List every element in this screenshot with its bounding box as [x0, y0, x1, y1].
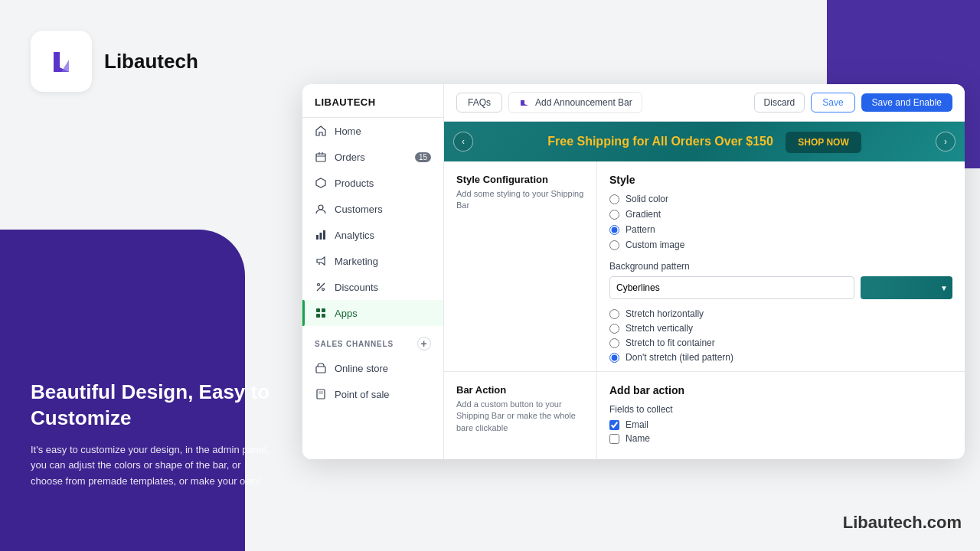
sidebar-item-label: Home: [335, 126, 361, 137]
name-checkbox-label: Name: [626, 433, 650, 444]
radio-solid-label: Solid color: [626, 194, 668, 204]
email-checkbox[interactable]: [609, 420, 619, 430]
radio-pattern[interactable]: Pattern: [609, 224, 952, 235]
add-channel-button[interactable]: +: [417, 337, 431, 350]
sidebar-item-point-of-sale[interactable]: Point of sale: [302, 381, 443, 407]
bar-action-title: Bar Action: [456, 384, 584, 396]
style-config-left: Style Configuration Add some styling to …: [444, 161, 597, 371]
sidebar-item-label: Discounts: [335, 282, 378, 293]
name-checkbox[interactable]: [609, 434, 619, 444]
radio-stretch-h[interactable]: Stretch horizontally: [609, 308, 952, 319]
sales-channels-header: SALES CHANNELS +: [302, 329, 443, 355]
radio-custom-label: Custom image: [626, 240, 684, 250]
tab-announcement[interactable]: Add Announcement Bar: [508, 92, 642, 113]
pattern-color-bar[interactable]: ▼: [861, 276, 952, 299]
orders-badge: 15: [415, 152, 431, 162]
preview-main-text: Free Shipping for All Orders: [547, 135, 711, 148]
svg-rect-11: [322, 314, 325, 318]
header-bar: FAQs Add Announcement Bar Discard Save S…: [444, 84, 965, 122]
chevron-down-icon: ▼: [940, 284, 948, 292]
save-button[interactable]: Save: [811, 93, 854, 112]
pattern-row: ▼: [609, 276, 952, 299]
fields-to-collect-label: Fields to collect: [609, 404, 952, 415]
preview-highlight-text: Over $150: [714, 135, 773, 148]
logo-area: Libautech: [31, 31, 198, 92]
preview-text: Free Shipping for All Orders Over $150 S…: [473, 135, 936, 148]
radio-solid-color[interactable]: Solid color: [609, 194, 952, 204]
shop-now-button[interactable]: SHOP NOW: [786, 132, 861, 153]
hero-text-area: Beautiful Design, Easy to Customize It's…: [31, 380, 276, 490]
sidebar-item-label: Point of sale: [335, 389, 390, 400]
svg-point-7: [322, 289, 325, 291]
svg-rect-10: [316, 314, 320, 318]
announcement-preview: ‹ Free Shipping for All Orders Over $150…: [444, 122, 965, 161]
sidebar-item-home[interactable]: Home: [302, 118, 443, 144]
home-icon: [315, 125, 327, 137]
email-checkbox-label: Email: [626, 419, 648, 430]
sidebar-item-label: Apps: [335, 308, 358, 319]
radio-no-stretch[interactable]: Don't stretch (tiled pattern): [609, 352, 952, 363]
apps-icon: [315, 307, 327, 319]
radio-stretch-fit[interactable]: Stretch to fit container: [609, 337, 952, 348]
save-enable-button[interactable]: Save and Enable: [861, 93, 952, 112]
checkbox-email[interactable]: Email: [609, 419, 952, 430]
svg-marker-1: [316, 178, 325, 187]
analytics-icon: [315, 229, 327, 241]
tab-announcement-label: Add Announcement Bar: [535, 97, 632, 108]
sidebar-item-products[interactable]: Products: [302, 170, 443, 196]
bar-action-left: Bar Action Add a custom button to your S…: [444, 372, 597, 459]
preview-nav-left[interactable]: ‹: [453, 132, 473, 152]
svg-point-2: [318, 205, 323, 210]
svg-rect-5: [323, 230, 325, 240]
sidebar-item-customers[interactable]: Customers: [302, 196, 443, 222]
style-config-right: Style Solid color Gradient Pattern: [597, 161, 965, 371]
store-icon: [315, 362, 327, 374]
hero-body: It's easy to customize your design, in t…: [31, 442, 276, 490]
admin-window: LIBAUTECH Home Orders 15: [302, 84, 965, 459]
stretch-v-label: Stretch vertically: [626, 323, 693, 334]
sidebar-item-apps[interactable]: Apps: [302, 300, 443, 326]
stretch-h-label: Stretch horizontally: [626, 308, 704, 319]
sidebar-item-analytics[interactable]: Analytics: [302, 222, 443, 248]
sidebar-item-label: Orders: [335, 152, 365, 163]
discounts-icon: [315, 281, 327, 293]
svg-rect-9: [322, 308, 325, 312]
stretch-fit-label: Stretch to fit container: [626, 337, 715, 348]
svg-point-6: [318, 284, 320, 286]
logo-box: [31, 31, 92, 92]
products-icon: [315, 177, 327, 189]
bg-pattern-label: Background pattern: [609, 261, 952, 272]
sidebar-item-marketing[interactable]: Marketing: [302, 248, 443, 274]
preview-nav-right[interactable]: ›: [936, 132, 956, 152]
svg-rect-3: [316, 235, 318, 240]
radio-custom-image[interactable]: Custom image: [609, 240, 952, 250]
tab-faqs[interactable]: FAQs: [456, 93, 502, 112]
sidebar-item-discounts[interactable]: Discounts: [302, 274, 443, 300]
checkbox-name[interactable]: Name: [609, 433, 952, 444]
radio-gradient[interactable]: Gradient: [609, 209, 952, 220]
radio-gradient-label: Gradient: [626, 209, 661, 220]
logo-name: Libautech: [104, 50, 198, 73]
sidebar: LIBAUTECH Home Orders 15: [302, 84, 444, 459]
pattern-input[interactable]: [609, 276, 854, 299]
style-radio-group: Solid color Gradient Pattern Custom imag…: [609, 194, 952, 250]
customers-icon: [315, 203, 327, 215]
sidebar-brand: LIBAUTECH: [302, 84, 443, 118]
svg-rect-14: [318, 391, 323, 394]
sidebar-item-online-store[interactable]: Online store: [302, 355, 443, 381]
bar-action-subtitle: Add a custom button to your Shipping Bar…: [456, 399, 584, 434]
svg-rect-12: [316, 367, 325, 373]
add-bar-label: Add bar action: [609, 384, 952, 396]
stretch-options-group: Stretch horizontally Stretch vertically …: [609, 308, 952, 363]
libautech-logo-icon: [44, 44, 78, 78]
svg-rect-4: [320, 233, 322, 240]
sales-channels-label: SALES CHANNELS: [315, 340, 394, 348]
discard-button[interactable]: Discard: [754, 93, 805, 112]
sidebar-item-label: Analytics: [335, 230, 374, 241]
header-actions: Discard Save Save and Enable: [754, 93, 952, 112]
svg-rect-0: [316, 154, 325, 161]
sidebar-item-orders[interactable]: Orders 15: [302, 144, 443, 170]
svg-rect-8: [316, 308, 320, 312]
config-area: Style Configuration Add some styling to …: [444, 161, 965, 371]
radio-stretch-v[interactable]: Stretch vertically: [609, 323, 952, 334]
